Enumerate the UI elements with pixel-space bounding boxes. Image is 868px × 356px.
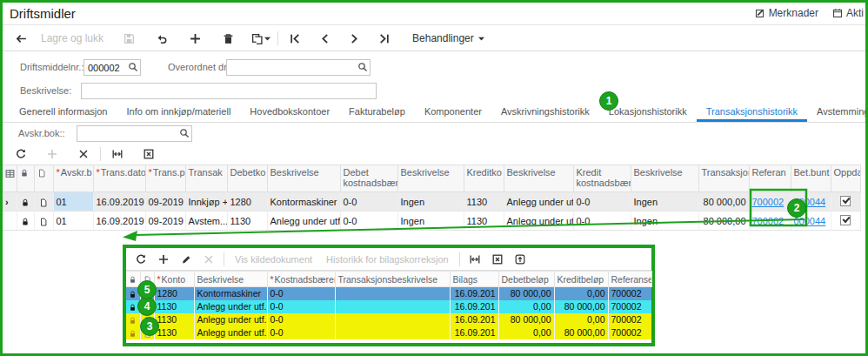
col-kredit-kb-beskrivelse[interactable]: Beskrivelse	[631, 165, 698, 192]
beskrivelse-input[interactable]	[81, 83, 377, 99]
col-transaksjonsbeskrivelse[interactable]: Transaksjonsbeskrivelse	[335, 272, 450, 287]
oppdatert-checkbox[interactable]	[840, 196, 851, 206]
table-row[interactable]: 1130 Anlegg under utf... 0-0 16.09.201 0…	[126, 300, 651, 313]
add-button[interactable]	[182, 28, 208, 49]
tab-hovedbokskontoer[interactable]: Hovedbokskontoer	[240, 103, 339, 122]
col-kreditbelop[interactable]: Kreditbeløp	[554, 272, 608, 287]
table-row[interactable]: 1280 Kontormaskiner 0-0 16.09.201 80 000…	[126, 287, 651, 300]
grid-delete-row-button[interactable]	[70, 145, 97, 163]
lock-icon	[129, 291, 137, 299]
tab-transaksjonshistorikk[interactable]: Transaksjonshistorikk	[697, 103, 807, 122]
tab-lokasjonshistorikk[interactable]: Lokasjonshistorikk	[599, 103, 697, 122]
current-row-indicator: ›	[3, 192, 17, 212]
go-next-button[interactable]	[341, 28, 367, 49]
col-debetbelop[interactable]: Debetbeløp	[498, 272, 554, 287]
col-bet-bunt[interactable]: Bet.bunt	[791, 165, 831, 192]
grid-refresh-button[interactable]	[8, 145, 34, 163]
popup-export-excel-button[interactable]	[486, 251, 509, 268]
popup-refresh-button[interactable]	[130, 251, 152, 268]
table-row[interactable]: 1130 Anlegg under utf... 0-0 16.09.201 0…	[126, 326, 651, 339]
bet-bunt-link[interactable]: 000044	[794, 197, 826, 207]
go-last-button[interactable]	[371, 28, 397, 49]
overordnet-input[interactable]	[226, 59, 371, 76]
popup-delete-row-button	[197, 251, 220, 268]
col-transaksjonstype[interactable]: Transak	[185, 165, 227, 192]
page-icon	[144, 317, 151, 325]
actions-menu-button[interactable]: Behandlinger	[405, 28, 491, 49]
col-referansen[interactable]: Referansen	[608, 272, 651, 287]
col-referanse[interactable]: Referan	[749, 165, 791, 192]
search-icon[interactable]	[128, 62, 138, 72]
cell-konto: 1130	[154, 326, 194, 339]
col-avskr-bok[interactable]: *Avskr.b	[53, 165, 93, 192]
col-trans-dato[interactable]: *Trans.dato	[93, 165, 145, 192]
table-row[interactable]: 01 16.09.2019 09-2019 Avstem... 1130 Anl…	[3, 212, 860, 231]
col-kostnadsbaerer[interactable]: *Kostnadsbærer	[267, 272, 335, 287]
grid-fit-width-button[interactable]	[104, 145, 130, 163]
activities-button[interactable]: Akti	[832, 7, 864, 19]
cell-debetbelop: 0,00	[498, 326, 554, 339]
col-konto[interactable]: *Konto	[154, 272, 194, 287]
tab-avskrivningshistorikk[interactable]: Avskrivningshistorikk	[491, 103, 599, 122]
copy-paste-button[interactable]	[248, 28, 274, 49]
referanse-link[interactable]: 700002	[752, 216, 785, 226]
fit-width-icon	[112, 149, 123, 159]
col-bilagsdato[interactable]: Bilags	[450, 272, 498, 287]
col-oppdatert[interactable]: Oppda	[831, 165, 860, 192]
page-icon	[144, 330, 151, 338]
cell-kredit-beskrivelse: Anlegg under utf...	[504, 212, 573, 231]
popup-fit-width-button[interactable]	[464, 251, 486, 268]
bet-bunt-link[interactable]: 000044	[794, 216, 826, 226]
search-icon[interactable]	[179, 128, 190, 138]
row-indicator	[3, 212, 17, 231]
lock-icon	[21, 198, 30, 207]
delete-button[interactable]	[215, 28, 241, 49]
note-cell[interactable]	[34, 192, 53, 212]
cell-referansen: 700002	[608, 300, 651, 313]
col-beskrivelse[interactable]: Beskrivelse	[194, 272, 267, 287]
lock-icon	[129, 317, 137, 325]
popup-add-row-button[interactable]	[152, 251, 175, 268]
grid-export-excel-button[interactable]	[136, 145, 162, 163]
search-icon[interactable]	[357, 62, 368, 72]
toolbar-divider	[277, 31, 278, 45]
col-debetkonto[interactable]: Debetko	[227, 165, 267, 192]
cell-kredit-kb-beskrivelse: Ingen	[631, 192, 698, 212]
note-cell[interactable]	[34, 212, 53, 231]
fit-width-icon	[470, 254, 480, 265]
cell-kreditbelop: 80 000,00	[554, 300, 608, 313]
col-kredit-kostnadsbaerer[interactable]: Kredit kostnadsbær	[573, 165, 631, 192]
col-trans-periode[interactable]: *Trans.p	[145, 165, 185, 192]
go-previous-button[interactable]	[311, 28, 337, 49]
undo-button[interactable]	[149, 28, 175, 49]
cell-transaksjonsbelop: 80 000,00	[698, 192, 749, 212]
popup-edit-button[interactable]	[175, 251, 197, 268]
tab-generell-informasjon[interactable]: Generell informasjon	[10, 103, 117, 122]
col-debet-kostnadsbaerer[interactable]: Debet kostnadsbær	[340, 165, 397, 192]
grid-selector-icon	[5, 169, 15, 178]
col-kredit-beskrivelse[interactable]: Beskrivelse	[504, 165, 573, 192]
driftsmidler-window: Driftsmidler Merknader Akti Lagre og luk…	[0, 0, 868, 356]
table-row[interactable]: 1130 Anlegg under utf... 0-0 16.09.201 8…	[126, 313, 651, 326]
col-kreditkonto[interactable]: Kreditko	[464, 165, 504, 192]
col-debet-beskrivelse[interactable]: Beskrivelse	[267, 165, 340, 192]
avskr-bok-input[interactable]	[77, 125, 192, 142]
cell-debet-kb-beskrivelse: Ingen	[397, 192, 464, 212]
col-transaksjonsbelop[interactable]: Transaksjonsb	[698, 165, 749, 192]
tab-komponenter[interactable]: Komponenter	[415, 103, 491, 122]
cell-avskr-bok: 01	[53, 192, 93, 212]
col-debet-kb-beskrivelse[interactable]: Beskrivelse	[397, 165, 464, 192]
tab-avstemming[interactable]: Avstemming	[807, 103, 868, 122]
table-row[interactable]: › 01 16.09.2019 09-2019 Innkjøp + 1280 K…	[3, 192, 860, 212]
cell-debetbelop: 80 000,00	[498, 313, 554, 326]
popup-upload-button[interactable]	[509, 251, 531, 268]
referanse-link[interactable]: 700002	[752, 197, 785, 207]
oppdatert-checkbox[interactable]	[840, 215, 851, 225]
tab-fakturabelop[interactable]: Fakturabeløp	[339, 103, 415, 122]
go-first-button[interactable]	[282, 28, 308, 49]
back-button[interactable]	[8, 28, 34, 49]
tab-info-om-innkjop-materiell[interactable]: Info om innkjøp/materiell	[117, 103, 241, 122]
cell-kredit-kb-beskrivelse: Ingen	[631, 212, 698, 231]
notes-button[interactable]: Merknader	[755, 7, 818, 19]
note-column-header	[34, 165, 53, 192]
